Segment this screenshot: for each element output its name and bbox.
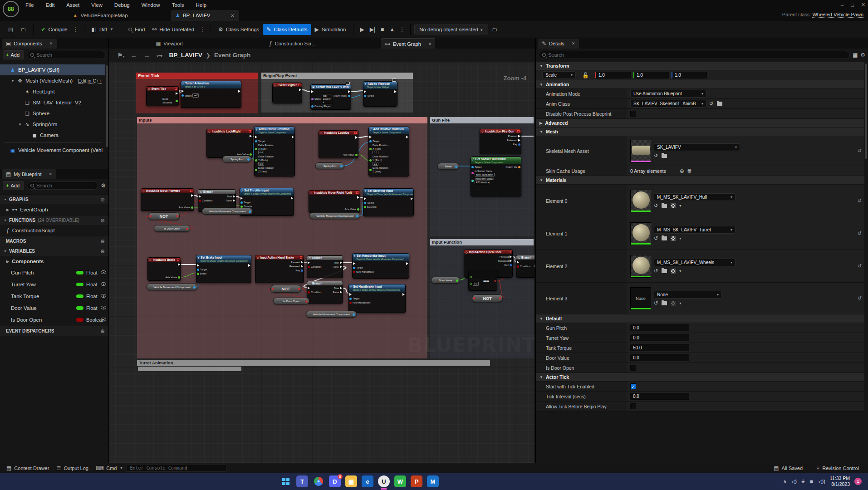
node-inputaction-hand-brake[interactable]: ◇InputAction Hand BrakePressedReleasedKe… [255, 255, 304, 283]
menu-tools[interactable]: Tools [172, 2, 184, 8]
data-pin[interactable] [357, 208, 359, 211]
exec-pin[interactable] [250, 135, 252, 137]
browse-icon[interactable] [662, 154, 667, 158]
menu-asset[interactable]: Asset [66, 2, 79, 8]
display-filter-icon[interactable]: ▦ [853, 52, 858, 58]
scale-x-input[interactable]: 1.0 [595, 72, 631, 78]
close-icon[interactable]: ✕ [861, 2, 865, 8]
tree-item-sm-lav-interior-v2[interactable]: ❏SM_LAV_Interior_V2 [0, 97, 105, 108]
gun-pitch-input[interactable]: 0.0 [630, 324, 689, 331]
pill-not[interactable]: NOT [472, 294, 503, 302]
all-saved-status[interactable]: ▤All Saved [770, 463, 806, 474]
details-panel-tab[interactable]: ✎Details✕ [538, 39, 579, 49]
node-[interactable]: 0.0== [468, 271, 497, 291]
eye-icon[interactable] [101, 282, 106, 286]
eye-icon[interactable] [101, 306, 106, 309]
exec-pin[interactable] [353, 262, 355, 265]
exec-pin[interactable] [518, 139, 520, 142]
section-event-dispatchers[interactable]: EVENT DISPATCHERS⊕ [0, 326, 108, 336]
details-section-advanced[interactable]: ▶Advanced [536, 119, 864, 127]
exec-pin[interactable] [248, 264, 250, 267]
exec-pin[interactable] [518, 135, 520, 137]
exec-pin[interactable] [301, 265, 303, 268]
highlight-icon[interactable] [671, 203, 676, 208]
exec-pin[interactable] [349, 293, 352, 296]
taskbar-teams[interactable]: T [296, 475, 308, 487]
diff-button[interactable]: ◧Diff▼ [88, 24, 117, 35]
add-icon[interactable]: ⊕ [100, 248, 105, 255]
tree-item-sphere[interactable]: ❏Sphere [0, 108, 105, 119]
pill-vehicle-movement-component[interactable]: Vehicle Movement Component [147, 284, 197, 290]
gear-icon[interactable]: ⚙ [101, 182, 106, 189]
highlight-icon[interactable] [671, 269, 676, 274]
browse-icon[interactable] [662, 269, 667, 273]
menu-edit[interactable]: Edit [46, 2, 55, 8]
my-blueprint-search-input[interactable]: Search [27, 181, 98, 190]
disable-post-process-blueprint-checkbox[interactable] [630, 111, 636, 117]
exec-pin[interactable] [510, 255, 512, 258]
components-search-input[interactable]: Search [27, 51, 106, 59]
section-macros[interactable]: MACROS⊕ [0, 236, 108, 246]
variable-door-value[interactable]: Door ValueFloat [0, 302, 108, 314]
hide-unrelated-kebab[interactable]: ⋮ [198, 26, 207, 33]
material-dropdown[interactable]: M_MS_SK_LAVIFV_Wheels▾ [654, 259, 736, 266]
tab-bp-lavifv[interactable]: ♟ BP_LAVIFV ✕ [171, 10, 239, 21]
node-set-steering-input[interactable]: ƒSet Steering InputTarget is Chaos Vehic… [363, 188, 414, 216]
taskbar-mail[interactable]: M [427, 475, 439, 487]
data-pin[interactable] [199, 200, 201, 202]
data-pin[interactable] [510, 264, 512, 266]
highlight-icon[interactable] [671, 301, 676, 306]
tree-item-camera[interactable]: ◼Camera [0, 130, 105, 141]
exec-pin[interactable] [255, 136, 257, 138]
details-section-transform[interactable]: ▼Transform [536, 62, 864, 70]
class-settings-button[interactable]: ⚙Class Settings [215, 24, 263, 35]
scale-y-input[interactable]: 1.0 [633, 72, 669, 78]
close-icon[interactable]: ✕ [230, 13, 234, 18]
close-icon[interactable]: ✕ [49, 41, 53, 46]
data-pin[interactable] [197, 273, 199, 275]
back-arrow-icon[interactable]: ← [131, 52, 137, 59]
scale-z-input[interactable]: 1.0 [672, 72, 707, 78]
close-icon[interactable]: ✕ [49, 172, 52, 176]
exec-pin[interactable] [181, 90, 184, 93]
tree-item-mesh-vehiclemesh[interactable]: ▼✥Mesh (VehicleMesh)Edit in C++ [0, 75, 105, 86]
class-defaults-button[interactable]: ✎Class Defaults [263, 24, 311, 35]
tree-item-bp-lavifv-self[interactable]: ♟BP_LAVIFV (Self) [0, 64, 105, 75]
data-pin[interactable] [240, 206, 243, 208]
browse-asset-button[interactable]: 🗀 [17, 24, 29, 35]
data-pin[interactable] [518, 166, 520, 168]
compile-options-kebab[interactable]: ⋮ [71, 26, 80, 33]
gear-icon[interactable]: ⚙ [860, 52, 865, 58]
close-icon[interactable]: ✕ [428, 42, 432, 46]
taskbar-discord[interactable]: D8 [329, 475, 341, 487]
play-button[interactable]: ▶ [357, 24, 367, 34]
pill-is-door-open[interactable]: Is Door Open [154, 225, 190, 232]
notification-badge[interactable]: 1 [854, 478, 862, 485]
taskbar-unreal-engine[interactable]: U [378, 475, 390, 487]
details-search-input[interactable]: Search [539, 51, 850, 59]
reset-icon[interactable]: ↺ [858, 148, 862, 154]
add-icon[interactable]: ⊕ [100, 217, 105, 224]
data-pin[interactable] [349, 298, 352, 300]
tree-item-rectlight[interactable]: ✶RectLight [0, 86, 105, 97]
content-drawer-button[interactable]: ▤Content Drawer [3, 463, 53, 474]
data-pin[interactable] [250, 153, 252, 156]
material-thumbnail[interactable] [630, 255, 651, 278]
mic-icon[interactable]: ⏚ [801, 479, 805, 485]
exec-pin[interactable] [292, 136, 294, 138]
data-pin[interactable] [369, 140, 372, 142]
exec-pin[interactable] [340, 291, 342, 294]
data-pin[interactable] [311, 105, 314, 108]
reset-icon[interactable]: ↺ [858, 198, 862, 204]
data-pin[interactable] [301, 270, 303, 272]
data-pin[interactable] [471, 172, 474, 174]
details-section-materials[interactable]: ▼Materials [536, 176, 864, 185]
pill-springarm[interactable]: SpringArm [315, 162, 344, 169]
graph-tab-construction-scr[interactable]: ƒConstruction Scr... [265, 39, 319, 49]
add-icon[interactable]: ⊕ [100, 328, 105, 334]
node-inputaction-fire-gun[interactable]: ◇InputAction Fire GunPressedReleasedKey [480, 129, 521, 154]
taskbar-windows-start[interactable] [280, 475, 292, 487]
data-pin[interactable] [308, 266, 310, 268]
tick-interval-secs-input[interactable]: 0.0 [630, 393, 689, 400]
data-pin[interactable] [178, 276, 180, 279]
